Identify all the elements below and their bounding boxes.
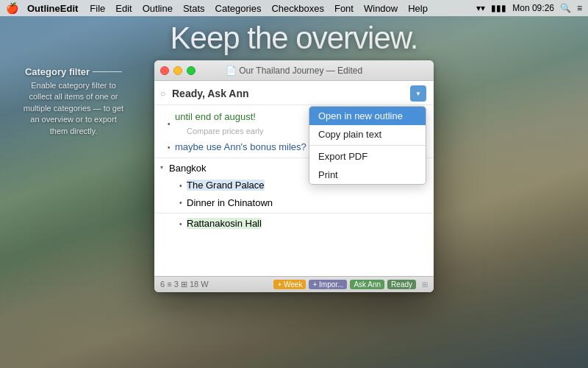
doc-title: Ready, Ask Ann — [172, 88, 410, 99]
sidebar-panel: Category filter Enable category filter t… — [22, 66, 125, 137]
tag-week[interactable]: + Week — [273, 280, 306, 289]
dropdown-export-pdf[interactable]: Export PDF — [309, 147, 426, 166]
window-title: 📄 Our Thailand Journey — Edited — [226, 66, 362, 76]
tag-ready[interactable]: Ready — [387, 280, 416, 289]
apple-menu-icon[interactable]: 🍎 — [6, 2, 18, 14]
window-title-text: Our Thailand Journey — Edited — [239, 66, 362, 76]
outline-text-1: maybe use Ann's bonus miles? — [175, 141, 306, 152]
tag-ask-ann[interactable]: Ask Ann — [350, 280, 384, 289]
document-icon: 📄 — [226, 66, 237, 76]
menubar-items: File Edit Outline Stats Categories Check… — [90, 3, 476, 14]
divider-2 — [154, 213, 434, 213]
statusbar-counts: 6 ≡ 3 ⊞ 18 W — [160, 280, 268, 289]
menubar-outline[interactable]: Outline — [143, 3, 173, 14]
menubar-file[interactable]: File — [90, 3, 105, 14]
dropdown-menu: Open in new outline Copy plain text Expo… — [309, 106, 426, 185]
outline-item-5[interactable]: • Rattanakosin Hall — [154, 215, 434, 233]
window-statusbar: 6 ≡ 3 ⊞ 18 W + Week + Impor... Ask Ann R… — [154, 276, 434, 292]
sidebar-description: Enable category filter to collect all it… — [22, 80, 125, 137]
statusbar-tags: + Week + Impor... Ask Ann Ready — [273, 280, 416, 289]
tag-import[interactable]: + Impor... — [309, 280, 347, 289]
doc-header-icon: ○ — [160, 88, 165, 99]
sidebar-title: Category filter — [25, 66, 90, 77]
bullet-icon-0: • — [168, 118, 171, 129]
menubar-edit[interactable]: Edit — [115, 3, 132, 14]
outline-text-4: Dinner in Chinatown — [187, 197, 273, 208]
outline-text-5: Rattanakosin Hall — [187, 218, 262, 229]
dropdown-divider — [309, 145, 426, 146]
bullet-icon-3: • — [179, 180, 182, 191]
menubar-categories[interactable]: Categories — [215, 3, 262, 14]
outline-text-0: until end of august! — [175, 111, 256, 122]
outline-text-3: The Grand Palace — [187, 180, 265, 191]
wifi-icon: ▾▾ — [476, 3, 485, 13]
sidebar-line — [93, 71, 122, 72]
menubar-right: ▾▾ ▮▮▮ Mon 09:26 🔍 ≡ — [476, 3, 582, 13]
statusbar-resize-icon[interactable]: ⊞ — [422, 280, 428, 289]
app-name[interactable]: OutlineEdit — [27, 3, 78, 14]
counts-text: 6 ≡ 3 ⊞ 18 W — [160, 280, 209, 289]
doc-header: ○ Ready, Ask Ann Open in new outline Cop… — [154, 81, 434, 105]
bullet-icon-4: • — [179, 197, 182, 208]
menubar: 🍎 OutlineEdit File Edit Outline Stats Ca… — [0, 0, 588, 16]
dropdown-print[interactable]: Print — [309, 166, 426, 184]
window-maximize-button[interactable] — [187, 66, 196, 75]
outline-item-4[interactable]: • Dinner in Chinatown — [154, 194, 434, 212]
menubar-font[interactable]: Font — [334, 3, 354, 14]
menubar-checkboxes[interactable]: Checkboxes — [271, 3, 324, 14]
doc-action-button[interactable]: Open in new outline Copy plain text Expo… — [410, 85, 426, 102]
window-content: ○ Ready, Ask Ann Open in new outline Cop… — [154, 81, 434, 292]
menubar-window[interactable]: Window — [364, 3, 398, 14]
menubar-help[interactable]: Help — [408, 3, 428, 14]
menu-icon[interactable]: ≡ — [577, 3, 582, 13]
bullet-icon-5: • — [179, 218, 182, 229]
menubar-stats[interactable]: Stats — [183, 3, 205, 14]
dropdown-open-in-new-outline[interactable]: Open in new outline — [309, 107, 426, 125]
window-titlebar: 📄 Our Thailand Journey — Edited — [154, 60, 434, 81]
battery-icon: ▮▮▮ — [491, 3, 506, 13]
outline-text-section: Bangkok — [169, 163, 207, 174]
window-minimize-button[interactable] — [173, 66, 182, 75]
dropdown-copy-plain-text[interactable]: Copy plain text — [309, 125, 426, 144]
search-icon[interactable]: 🔍 — [560, 3, 571, 13]
app-window: 📄 Our Thailand Journey — Edited ○ Ready,… — [154, 60, 434, 292]
desktop-heading: Keep the overview. — [0, 21, 588, 56]
window-controls — [160, 66, 196, 75]
clock: Mon 09:26 — [512, 3, 554, 13]
window-close-button[interactable] — [160, 66, 169, 75]
triangle-icon: ▾ — [160, 163, 163, 172]
bullet-icon-1: • — [168, 141, 171, 152]
